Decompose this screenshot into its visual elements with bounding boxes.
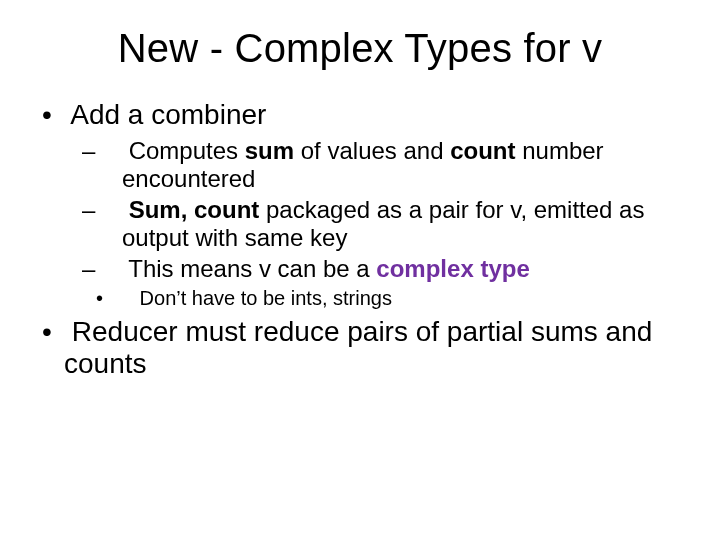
bullet-reducer: Reducer must reduce pairs of partial sum…: [64, 316, 680, 380]
text: This means v can be a: [128, 255, 376, 282]
sub-complex-type: This means v can be a complex type Don’t…: [102, 255, 680, 310]
sub-computes-sum-count: Computes sum of values and count number …: [102, 137, 680, 192]
accent-complex-type: complex type: [376, 255, 529, 282]
text: Don’t have to be ints, strings: [140, 287, 392, 309]
bold-count: count: [450, 137, 515, 164]
sub-list: Computes sum of values and count number …: [64, 137, 680, 310]
bullet-list: Add a combiner Computes sum of values an…: [40, 99, 680, 380]
bullet-text: Add a combiner: [70, 99, 266, 130]
text: Computes: [129, 137, 245, 164]
bold-sum: sum: [245, 137, 294, 164]
bullet-add-combiner: Add a combiner Computes sum of values an…: [64, 99, 680, 310]
slide: New - Complex Types for v Add a combiner…: [0, 0, 720, 540]
bullet-text: Reducer must reduce pairs of partial sum…: [64, 316, 652, 379]
bold-sum-count: Sum, count: [129, 196, 260, 223]
sub-sum-count-pair: Sum, count packaged as a pair for v, emi…: [102, 196, 680, 251]
slide-title: New - Complex Types for v: [40, 26, 680, 71]
text: of values and: [294, 137, 450, 164]
sub-sub-list: Don’t have to be ints, strings: [122, 287, 680, 310]
subsub-not-ints-strings: Don’t have to be ints, strings: [154, 287, 680, 310]
